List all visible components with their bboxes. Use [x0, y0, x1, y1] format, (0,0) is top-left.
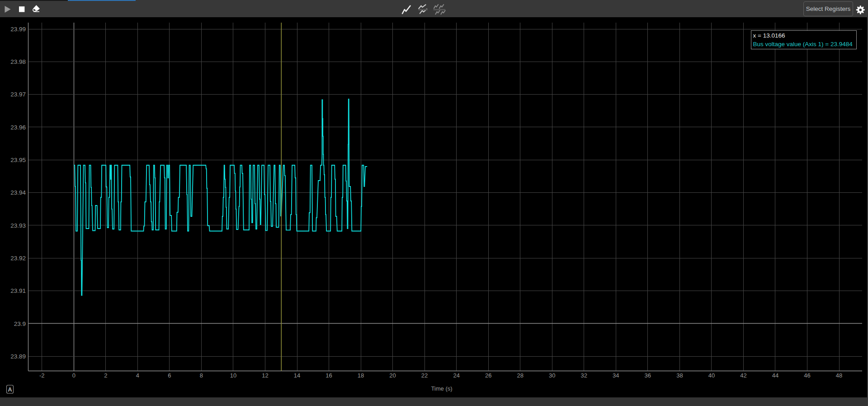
svg-text:-2: -2	[39, 372, 45, 379]
svg-text:4: 4	[136, 372, 139, 379]
svg-text:14: 14	[294, 372, 300, 379]
svg-text:6: 6	[168, 372, 171, 379]
svg-text:Bus voltage value (Axis 1) = 2: Bus voltage value (Axis 1) = 23.9484	[753, 41, 853, 48]
svg-text:38: 38	[676, 372, 683, 379]
svg-text:36: 36	[645, 372, 651, 379]
svg-text:34: 34	[613, 372, 619, 379]
svg-text:23.97: 23.97	[10, 91, 26, 98]
svg-text:48: 48	[836, 372, 842, 379]
svg-text:44: 44	[772, 372, 778, 379]
svg-text:8: 8	[200, 372, 203, 379]
svg-text:23.94: 23.94	[10, 189, 26, 196]
svg-text:24: 24	[453, 372, 459, 379]
svg-text:23.96: 23.96	[10, 124, 26, 131]
svg-text:23.89: 23.89	[10, 353, 26, 360]
svg-text:23.95: 23.95	[10, 157, 26, 163]
svg-text:23.93: 23.93	[10, 222, 26, 229]
svg-text:20: 20	[389, 372, 396, 379]
svg-text:18: 18	[358, 372, 364, 379]
svg-text:26: 26	[485, 372, 491, 379]
svg-text:Time (s): Time (s)	[431, 385, 452, 392]
svg-text:23.99: 23.99	[10, 26, 26, 33]
svg-text:x = 13.0166: x = 13.0166	[753, 32, 785, 39]
svg-text:23.92: 23.92	[10, 255, 26, 262]
svg-text:12: 12	[262, 372, 268, 379]
svg-text:10: 10	[230, 372, 236, 379]
svg-text:16: 16	[326, 372, 332, 379]
svg-text:23.91: 23.91	[10, 287, 26, 294]
svg-text:28: 28	[517, 372, 523, 379]
svg-text:40: 40	[708, 372, 715, 379]
svg-text:0: 0	[72, 372, 75, 379]
svg-text:22: 22	[421, 372, 428, 379]
svg-text:30: 30	[549, 372, 555, 379]
svg-text:32: 32	[581, 372, 587, 379]
svg-text:23.98: 23.98	[10, 58, 26, 65]
svg-text:46: 46	[804, 372, 810, 379]
svg-text:42: 42	[740, 372, 746, 379]
svg-text:A: A	[8, 387, 12, 393]
svg-text:23.9: 23.9	[14, 320, 26, 327]
svg-text:2: 2	[104, 372, 107, 379]
